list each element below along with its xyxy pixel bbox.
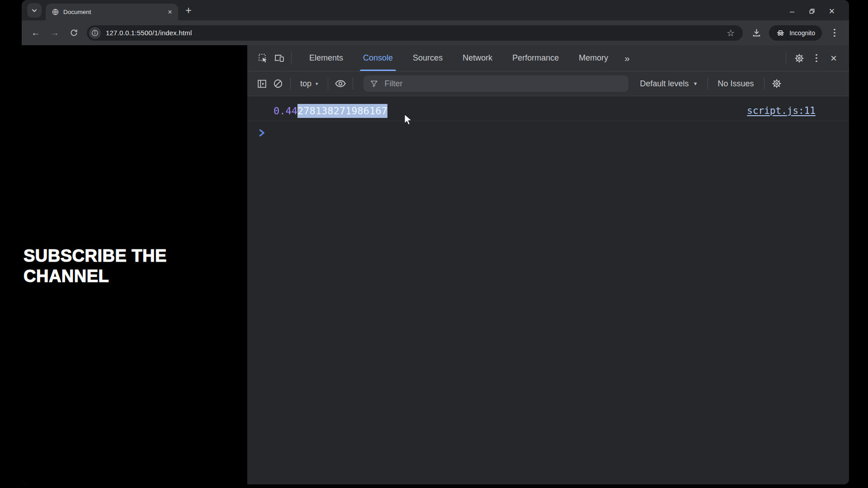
page-viewport: SUBSCRIBE THE CHANNEL: [22, 45, 247, 484]
forward-button[interactable]: →: [47, 25, 62, 41]
globe-icon: [52, 8, 59, 16]
tab-title: Document: [63, 9, 161, 15]
incognito-label: Incognito: [789, 29, 815, 37]
page-heading-line2: CHANNEL: [24, 266, 167, 286]
tab-strip: Document × + – ×: [22, 0, 849, 20]
divider: [291, 52, 292, 64]
context-label: top: [300, 79, 311, 89]
refresh-button[interactable]: [66, 25, 81, 41]
window-content: SUBSCRIBE THE CHANNEL Elements: [22, 45, 849, 484]
divider: [708, 78, 708, 89]
tab-elements[interactable]: Elements: [299, 45, 353, 71]
prompt-chevron-icon: [259, 129, 849, 137]
divider: [786, 52, 786, 64]
inspect-element-button[interactable]: [255, 50, 271, 66]
browser-window: Document × + – × ← → 127.0.0.1:5500/1/in…: [22, 0, 849, 484]
three-dot-menu-icon: [834, 29, 835, 37]
page-heading-line1: SUBSCRIBE THE: [24, 246, 167, 266]
page-heading: SUBSCRIBE THE CHANNEL: [24, 246, 167, 286]
console-output: 0.44278138271986167 script.js:11: [247, 96, 849, 484]
window-close-icon[interactable]: ×: [826, 6, 838, 17]
new-tab-button[interactable]: +: [182, 4, 195, 17]
devtools-close-button[interactable]: ×: [826, 50, 842, 66]
chevron-down-icon: [30, 6, 39, 15]
context-selector[interactable]: top ▾: [295, 79, 324, 89]
divider: [328, 78, 328, 89]
gear-icon: [771, 78, 783, 89]
live-expression-button[interactable]: [332, 75, 349, 92]
levels-label: Default levels: [640, 79, 689, 89]
caret-down-icon: ▾: [316, 81, 318, 87]
console-message-row: 0.44278138271986167 script.js:11: [247, 101, 849, 121]
incognito-icon: [776, 28, 785, 38]
gear-icon: [793, 52, 805, 64]
window-minimize-icon[interactable]: –: [786, 6, 798, 17]
log-levels-dropdown[interactable]: Default levels ▼: [635, 79, 703, 89]
clear-icon: [273, 78, 283, 89]
source-link[interactable]: script.js:11: [747, 105, 816, 116]
devtools-tabbar: Elements Console Sources Network Perform…: [247, 45, 849, 71]
tab-search-button[interactable]: [27, 3, 42, 18]
inspect-cursor-icon: [257, 52, 269, 64]
refresh-icon: [69, 28, 79, 38]
tab-network[interactable]: Network: [453, 45, 502, 71]
window-controls: – ×: [786, 6, 849, 17]
site-info-icon[interactable]: [89, 27, 101, 39]
download-icon: [751, 28, 762, 38]
eye-icon: [335, 78, 346, 89]
tab-memory[interactable]: Memory: [569, 45, 618, 71]
devtools-tabs: Elements Console Sources Network Perform…: [299, 45, 618, 71]
tab-performance[interactable]: Performance: [502, 45, 569, 71]
console-toolbar: top ▾ Default levels ▼: [247, 71, 849, 96]
window-restore-icon[interactable]: [806, 6, 818, 17]
url-text[interactable]: 127.0.0.1:5500/1/index.html: [106, 29, 192, 37]
more-tabs-button[interactable]: »: [618, 53, 637, 64]
issues-counter[interactable]: No Issues: [712, 79, 760, 89]
browser-menu-button[interactable]: [827, 25, 842, 41]
clear-console-button[interactable]: [270, 75, 286, 92]
incognito-badge: Incognito: [769, 25, 822, 41]
device-toolbar-button[interactable]: [271, 50, 287, 66]
devtools-tabbar-right: ×: [782, 50, 844, 66]
divider: [290, 78, 291, 89]
screenshot-canvas: Document × + – × ← → 127.0.0.1:5500/1/in…: [0, 0, 868, 488]
caret-down-icon: ▼: [693, 81, 698, 86]
devtools-menu-button[interactable]: [808, 50, 825, 66]
back-button[interactable]: ←: [28, 25, 43, 41]
logged-value: 0.44278138271986167: [274, 105, 387, 117]
filter-input[interactable]: [384, 79, 623, 89]
three-dot-menu-icon: [816, 54, 817, 62]
tab-console[interactable]: Console: [353, 45, 403, 71]
sidebar-icon: [256, 78, 268, 89]
devtools-panel: Elements Console Sources Network Perform…: [247, 45, 849, 484]
downloads-button[interactable]: [749, 25, 764, 41]
value-selected-text: 278138271986167: [297, 104, 387, 118]
funnel-icon: [369, 79, 379, 89]
bookmark-star-icon[interactable]: ☆: [724, 27, 737, 39]
divider: [764, 78, 764, 89]
tab-close-icon[interactable]: ×: [165, 8, 175, 17]
value-unselected: 0.44: [274, 105, 297, 117]
console-filter-box[interactable]: [363, 75, 628, 92]
browser-tab[interactable]: Document ×: [46, 4, 178, 20]
address-bar[interactable]: 127.0.0.1:5500/1/index.html ☆: [87, 25, 743, 41]
tab-sources[interactable]: Sources: [403, 45, 453, 71]
console-prompt-row[interactable]: [247, 121, 849, 137]
browser-toolbar: ← → 127.0.0.1:5500/1/index.html ☆ Incogn…: [22, 20, 849, 45]
device-toolbar-icon: [274, 52, 285, 64]
console-sidebar-button[interactable]: [254, 75, 270, 92]
devtools-settings-button[interactable]: [791, 50, 807, 66]
console-settings-button[interactable]: [769, 75, 785, 92]
divider: [353, 78, 353, 89]
